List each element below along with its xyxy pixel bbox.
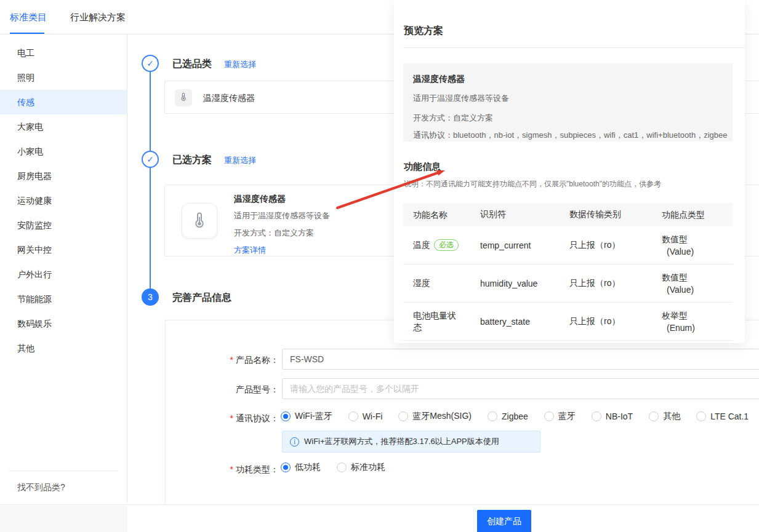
radio-option-btmesh-sig[interactable]: 蓝牙Mesh(SIG) [398,411,472,422]
solution-dev-mode: 开发方式：自定义方案 [234,228,330,239]
radio-option-wifi[interactable]: Wi-Fi [348,411,383,421]
table-header-row: 功能名称 识别符 数据传输类别 功能点类型 [403,203,733,226]
page-footer: 创建产品 [0,504,759,532]
sidebar-item-energy-saving[interactable]: 节能能源 [0,287,127,311]
protocol-radio-group: WiFi-蓝牙 Wi-Fi 蓝牙Mesh(SIG) Zigbee 蓝牙 NB-I… [281,410,749,423]
radio-label: 标准功耗 [351,462,385,473]
label-text: 通讯协议： [236,413,279,423]
radio-label: 蓝牙Mesh(SIG) [412,411,472,422]
sidebar-item-digital-entertainment[interactable]: 数码娱乐 [0,311,127,336]
step-connector-line [150,72,151,151]
col-header-identifier: 识别符 [471,209,560,220]
radio-label: Wi-Fi [363,411,383,421]
sidebar-item-outdoor-travel[interactable]: 户外出行 [0,262,127,287]
function-table: 功能名称 识别符 数据传输类别 功能点类型 温度必选 temp_current … [403,203,733,341]
col-header-name: 功能名称 [403,209,471,221]
radio-checked-icon [281,463,291,472]
sidebar-item-small-appliance[interactable]: 小家电 [0,139,127,164]
radio-icon [337,463,347,472]
cell-transfer: 只上报（ro） [560,240,653,251]
product-model-input[interactable] [282,378,759,399]
radio-option-standard-power[interactable]: 标准功耗 [337,462,385,473]
tab-label: 标准类目 [10,12,47,22]
divider [403,47,745,48]
radio-label: NB-IoT [606,411,633,421]
cell-type: 枚举型(Enum) [653,309,733,334]
function-name: 湿度 [413,278,430,288]
step3-title: 完善产品信息 [172,292,231,304]
sidebar-item-kitchen-appliance[interactable]: 厨房电器 [0,164,127,188]
cannot-find-category-link[interactable]: 找不到品类? [9,470,118,503]
radio-option-nbiot[interactable]: NB-IoT [592,411,633,421]
step2-title: 已选方案 [172,154,212,166]
type-line1: 枚举型 [662,309,733,322]
selected-category-name: 温湿度传感器 [203,81,255,114]
radio-icon [592,411,601,421]
radio-option-wifi-bt[interactable]: WiFi-蓝牙 [281,411,332,422]
product-name-input[interactable] [282,349,759,370]
cell-type: 数值型(Value) [653,233,733,258]
radio-label: 其他 [663,411,680,422]
function-name: 温度 [413,240,430,250]
function-name: 电池电量状态 [413,311,456,332]
col-header-transfer: 数据传输类别 [560,209,653,220]
solution-desc: 适用于温湿度传感器等设备 [234,210,330,221]
cell-identifier: temp_current [471,240,560,250]
create-product-button[interactable]: 创建产品 [477,510,531,532]
type-line1: 数值型 [662,271,733,284]
sidebar-item-sensor[interactable]: 传感 [0,90,127,114]
step-number: 3 [148,292,153,302]
sidebar-item-sport-health[interactable]: 运动健康 [0,188,127,213]
label-text: 产品型号： [236,384,279,394]
radio-option-low-power[interactable]: 低功耗 [281,462,321,473]
sidebar-item-others[interactable]: 其他 [0,336,127,360]
category-sidebar: 电工 照明 传感 大家电 小家电 厨房电器 运动健康 安防监控 网关中控 户外出… [0,34,127,503]
sidebar-item-gateway-control[interactable]: 网关中控 [0,237,127,262]
cell-transfer: 只上报（ro） [560,278,653,289]
solution-summary-box: 温湿度传感器 适用于温湿度传感器等设备 开发方式：自定义方案 通讯协议：blue… [403,63,733,141]
sidebar-item-security-monitor[interactable]: 安防监控 [0,213,127,237]
required-mark: * [230,355,233,365]
power-radio-group: 低功耗 标准功耗 [281,461,385,474]
sidebar-item-large-appliance[interactable]: 大家电 [0,114,127,139]
category-list: 电工 照明 传感 大家电 小家电 厨房电器 运动健康 安防监控 网关中控 户外出… [0,34,127,360]
preview-title: 预览方案 [404,25,443,38]
table-row-humidity: 湿度 humidity_value 只上报（ro） 数值型(Value) [403,264,733,303]
label-text: 功耗类型： [236,464,279,474]
cell-name: 电池电量状态 [403,310,471,333]
required-mark: * [230,413,233,423]
radio-option-lte-cat1[interactable]: LTE Cat.1 [696,411,749,421]
solution-detail-link[interactable]: 方案详情 [234,245,266,256]
radio-option-other[interactable]: 其他 [649,411,680,422]
sidebar-item-electrician[interactable]: 电工 [0,41,127,65]
check-icon: ✓ [147,58,154,68]
tab-label: 行业解决方案 [70,12,126,22]
radio-option-zigbee[interactable]: Zigbee [488,411,528,421]
thermometer-icon [190,210,209,231]
preview-solution-panel: 预览方案 温湿度传感器 适用于温湿度传感器等设备 开发方式：自定义方案 通讯协议… [394,0,745,343]
radio-label: Zigbee [502,411,528,421]
cell-identifier: humidity_value [471,279,560,288]
step1-reselect-link[interactable]: 重新选择 [224,59,256,70]
create-product-page: 标准类目 行业解决方案 电工 照明 传感 大家电 小家电 厨房电器 运动健康 安… [0,0,759,532]
radio-option-bluetooth[interactable]: 蓝牙 [544,411,576,422]
radio-label: 蓝牙 [558,411,576,422]
cell-transfer: 只上报（ro） [560,316,653,327]
product-name-label: *产品名称： [174,354,279,366]
cell-type: 数值型(Value) [653,271,733,296]
summary-dev-mode: 开发方式：自定义方案 [413,113,723,124]
tab-industry-solution[interactable]: 行业解决方案 [70,0,126,34]
power-type-label: *功耗类型： [174,463,279,475]
info-icon: i [290,437,299,447]
radio-icon [544,411,554,421]
tab-standard-category[interactable]: 标准类目 [10,0,47,34]
summary-protocols: 通讯协议：bluetooth，nb-iot，sigmesh，subpieces，… [413,130,723,141]
required-mark: * [230,464,233,474]
protocol-label: *通讯协议： [174,412,279,424]
step2-reselect-link[interactable]: 重新选择 [224,155,256,166]
radio-label: WiFi-蓝牙 [295,411,332,422]
radio-label: LTE Cat.1 [710,411,749,421]
label-text: 产品名称： [236,355,279,365]
sidebar-item-lighting[interactable]: 照明 [0,65,127,90]
step1-title: 已选品类 [172,58,212,70]
